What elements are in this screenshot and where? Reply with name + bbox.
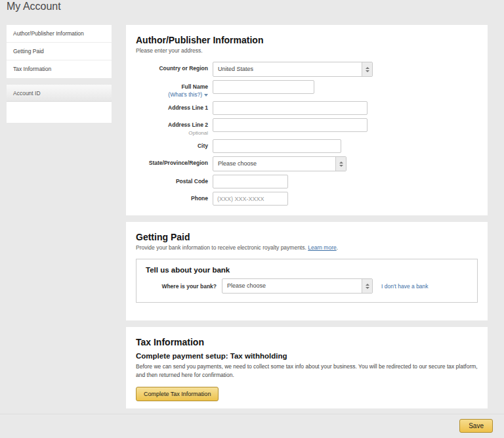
sidebar-item-author-publisher-information[interactable]: Author/Publisher Information — [7, 25, 112, 43]
chevron-down-icon — [204, 94, 208, 97]
sidebar: Author/Publisher Information Getting Pai… — [7, 25, 112, 123]
address-line-2-optional-label: Optional — [136, 130, 208, 137]
address-line-1-input[interactable] — [213, 101, 368, 115]
city-row: City — [136, 139, 478, 153]
full-name-row: Full Name (What's this?) — [136, 80, 478, 98]
address-line-2-input[interactable] — [213, 118, 368, 132]
city-label: City — [136, 139, 208, 153]
postal-code-input[interactable] — [213, 175, 288, 188]
phone-label: Phone — [136, 192, 208, 206]
bank-box-title: Tell us about your bank — [146, 266, 468, 274]
complete-tax-information-button[interactable]: Complete Tax Information — [136, 387, 219, 401]
select-stepper-icon — [335, 157, 346, 171]
account-id-empty-area — [7, 102, 112, 123]
country-row: Country or Region United States — [136, 62, 478, 77]
country-select[interactable]: United States — [213, 62, 373, 77]
tax-section-body: Before we can send you payments, we need… — [136, 362, 478, 380]
state-select[interactable]: Please choose — [213, 156, 346, 171]
getting-paid-section: Getting Paid Provide your bank informati… — [126, 222, 488, 320]
full-name-label: Full Name — [136, 83, 208, 90]
bank-info-box: Tell us about your bank Where is your ba… — [136, 259, 478, 303]
main-content: Author/Publisher Information Please ente… — [126, 25, 488, 408]
city-input[interactable] — [213, 139, 341, 153]
address-form: Country or Region United States Full Nam… — [136, 62, 478, 206]
tax-section-subtitle: Complete payment setup: Tax withholding — [136, 352, 478, 360]
country-select-value: United States — [218, 66, 253, 72]
state-label: State/Province/Region — [136, 156, 208, 171]
state-select-value: Please choose — [218, 160, 257, 167]
bank-question-row: Where is your bank? Please choose I don'… — [146, 278, 468, 294]
postal-code-label: Postal Code — [136, 175, 208, 188]
footer-divider — [0, 414, 504, 414]
author-section-title: Author/Publisher Information — [136, 35, 478, 45]
sidebar-account-box: Account ID — [7, 85, 112, 123]
page-title: My Account — [7, 1, 61, 12]
select-stepper-icon — [362, 62, 372, 76]
learn-more-suffix: . — [337, 244, 338, 251]
bank-country-select[interactable]: Please choose — [222, 278, 373, 294]
full-name-input[interactable] — [213, 80, 314, 94]
address-line-2-row: Address Line 2 Optional — [136, 118, 478, 136]
bank-select-value: Please choose — [227, 282, 266, 289]
address-line-2-label: Address Line 2 — [136, 121, 208, 128]
learn-more-link[interactable]: Learn more — [308, 244, 336, 251]
sidebar-item-getting-paid[interactable]: Getting Paid — [7, 43, 112, 60]
address-line-1-label: Address Line 1 — [136, 101, 208, 115]
state-row: State/Province/Region Please choose — [136, 156, 478, 171]
no-bank-link[interactable]: I don't have a bank — [381, 283, 429, 290]
getting-paid-title: Getting Paid — [136, 232, 478, 242]
author-publisher-section: Author/Publisher Information Please ente… — [126, 25, 488, 215]
country-label: Country or Region — [136, 62, 208, 77]
sidebar-item-tax-information[interactable]: Tax Information — [7, 60, 112, 78]
tax-information-section: Tax Information Complete payment setup: … — [126, 327, 488, 408]
whats-this-link[interactable]: (What's this?) — [136, 91, 208, 98]
phone-input[interactable] — [213, 192, 288, 206]
sidebar-item-account-id[interactable]: Account ID — [7, 85, 112, 102]
address-line-1-row: Address Line 1 — [136, 101, 478, 115]
bank-question-label: Where is your bank? — [146, 283, 217, 290]
save-button[interactable]: Save — [459, 419, 493, 433]
getting-paid-subtitle: Provide your bank information to receive… — [136, 244, 478, 251]
phone-row: Phone — [136, 192, 478, 206]
sidebar-nav-box: Author/Publisher Information Getting Pai… — [7, 25, 112, 78]
author-section-subtitle: Please enter your address. — [136, 47, 478, 54]
postal-code-row: Postal Code — [136, 175, 478, 188]
select-stepper-icon — [362, 279, 372, 293]
tax-section-title: Tax Information — [136, 337, 478, 347]
